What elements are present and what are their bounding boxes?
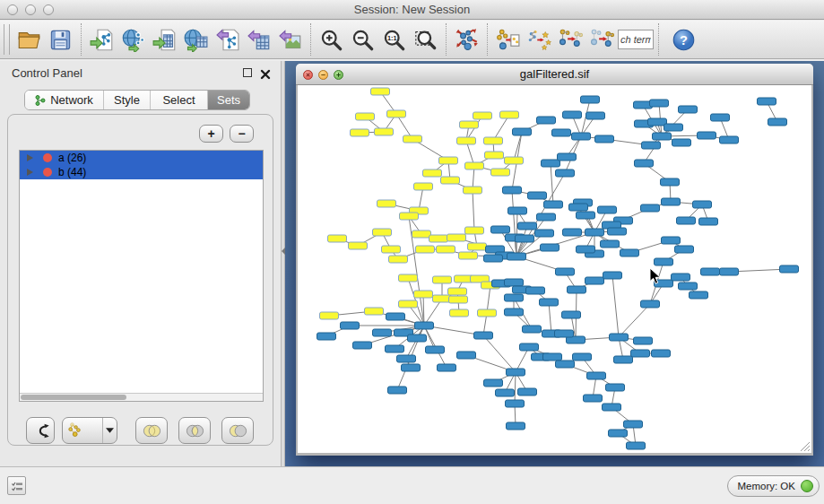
graph-node-yellow[interactable] (468, 243, 487, 250)
graph-node-blue[interactable] (544, 201, 563, 208)
graph-node-yellow[interactable] (403, 135, 422, 143)
graph-edge[interactable] (515, 372, 516, 404)
graph-node-blue[interactable] (711, 114, 730, 121)
toolbar-grip[interactable] (4, 24, 10, 55)
select-set-nodes-button[interactable] (524, 23, 555, 56)
graph-node-blue[interactable] (438, 364, 456, 371)
graph-node-blue[interactable] (568, 286, 586, 293)
graph-node-blue[interactable] (650, 100, 669, 107)
graph-node-blue[interactable] (610, 334, 629, 341)
create-set-from-selection-button[interactable] (492, 23, 524, 56)
graph-node-blue[interactable] (558, 153, 577, 161)
graph-node-blue[interactable] (569, 204, 588, 211)
graph-node-blue[interactable] (614, 356, 633, 363)
help-button[interactable]: ? (671, 23, 696, 56)
graph-node-blue[interactable] (780, 265, 799, 273)
graph-node-yellow[interactable] (416, 246, 435, 253)
tab-network[interactable]: Network (25, 91, 104, 109)
move-set-button[interactable] (586, 23, 618, 56)
graph-node-blue[interactable] (457, 352, 476, 359)
tab-style[interactable]: Style (104, 91, 151, 109)
graph-node-blue[interactable] (317, 333, 336, 340)
graph-node-blue[interactable] (523, 326, 542, 333)
graph-node-blue[interactable] (552, 129, 571, 136)
graph-node-blue[interactable] (386, 345, 404, 352)
graph-node-blue[interactable] (528, 192, 547, 199)
graph-node-blue[interactable] (563, 229, 582, 236)
zoom-actual-size-button[interactable]: 1:1 (378, 23, 410, 56)
graph-node-yellow[interactable] (484, 137, 503, 144)
graph-node-yellow[interactable] (375, 128, 394, 135)
graph-node-blue[interactable] (426, 346, 445, 353)
graph-node-blue[interactable] (679, 282, 698, 290)
graph-node-blue[interactable] (507, 253, 526, 260)
graph-node-yellow[interactable] (447, 234, 466, 241)
graph-node-yellow[interactable] (328, 235, 347, 242)
open-session-button[interactable] (13, 23, 45, 56)
graph-node-blue[interactable] (675, 246, 694, 253)
import-table-url-button[interactable] (180, 23, 212, 56)
graph-node-yellow[interactable] (414, 183, 433, 190)
graph-node-blue[interactable] (505, 279, 524, 286)
graph-node-blue[interactable] (720, 136, 739, 143)
graph-edge[interactable] (551, 163, 553, 204)
copy-set-button[interactable] (555, 23, 586, 56)
graph-node-blue[interactable] (556, 169, 575, 177)
remove-set-button[interactable]: − (230, 125, 254, 143)
graph-node-blue[interactable] (699, 218, 718, 225)
graph-node-yellow[interactable] (382, 246, 401, 253)
graph-node-blue[interactable] (662, 198, 681, 205)
set-union-button[interactable] (135, 417, 168, 444)
task-history-button[interactable] (7, 476, 26, 495)
expand-arrow-icon[interactable] (27, 169, 33, 176)
graph-node-blue[interactable] (402, 364, 421, 371)
graph-node-yellow[interactable] (439, 157, 458, 164)
graph-node-yellow[interactable] (460, 121, 479, 128)
graph-node-blue[interactable] (577, 212, 595, 219)
graph-node-blue[interactable] (720, 268, 739, 275)
import-network-file-button[interactable] (86, 23, 117, 56)
graph-edge[interactable] (512, 190, 516, 256)
graph-node-blue[interactable] (513, 128, 532, 135)
graph-node-blue[interactable] (474, 332, 493, 339)
export-table-button[interactable] (243, 23, 274, 56)
graph-node-blue[interactable] (677, 217, 696, 224)
add-set-button[interactable]: + (199, 125, 223, 143)
graph-node-blue[interactable] (698, 132, 716, 139)
graph-node-yellow[interactable] (365, 308, 384, 315)
graph-node-blue[interactable] (386, 313, 405, 320)
graph-node-yellow[interactable] (320, 312, 339, 319)
import-table-file-button[interactable] (149, 23, 180, 56)
graph-node-blue[interactable] (491, 226, 510, 233)
graph-node-blue[interactable] (573, 353, 592, 361)
graph-node-yellow[interactable] (465, 227, 484, 234)
graph-node-yellow[interactable] (478, 309, 497, 317)
graph-node-blue[interactable] (577, 246, 595, 253)
graph-node-blue[interactable] (586, 112, 605, 119)
graph-node-blue[interactable] (581, 96, 600, 103)
horizontal-scrollbar[interactable] (20, 393, 263, 401)
graph-node-blue[interactable] (662, 237, 681, 244)
memory-status-button[interactable]: Memory: OK (727, 475, 820, 497)
search-input[interactable] (618, 30, 654, 49)
zoom-selected-region-button[interactable] (410, 23, 441, 56)
graph-node-yellow[interactable] (349, 242, 368, 249)
graph-node-blue[interactable] (603, 272, 622, 279)
graph-node-blue[interactable] (631, 350, 650, 357)
export-network-button[interactable] (212, 23, 243, 56)
graph-node-blue[interactable] (758, 98, 776, 105)
graph-node-yellow[interactable] (387, 110, 406, 117)
graph-node-blue[interactable] (606, 384, 625, 391)
graph-node-blue[interactable] (415, 322, 434, 329)
graph-node-yellow[interactable] (351, 129, 369, 136)
set-difference-button[interactable] (221, 417, 254, 444)
graph-node-yellow[interactable] (371, 88, 390, 95)
graph-node-yellow[interactable] (429, 235, 448, 242)
graph-node-yellow[interactable] (505, 157, 524, 164)
tab-select[interactable]: Select (151, 91, 208, 109)
graph-node-blue[interactable] (584, 395, 603, 402)
graph-node-yellow[interactable] (491, 169, 510, 176)
graph-node-yellow[interactable] (500, 111, 519, 118)
graph-node-blue[interactable] (543, 353, 562, 361)
graph-node-yellow[interactable] (448, 288, 467, 295)
